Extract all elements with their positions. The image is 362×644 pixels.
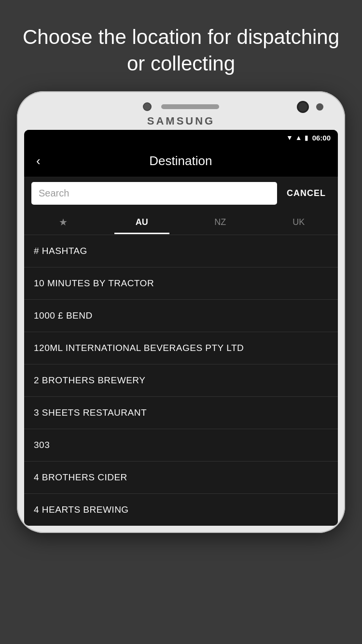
signal-icon: ▲ (295, 134, 302, 141)
tab-nz[interactable]: NZ (181, 210, 260, 234)
tab-au[interactable]: AU (103, 210, 181, 234)
rear-camera-icon (297, 101, 309, 113)
list-item[interactable]: # HASHTAG (24, 235, 338, 267)
list-item[interactable]: 4 BROTHERS CIDER (24, 462, 338, 494)
wifi-icon: ▼ (286, 134, 293, 141)
star-icon: ★ (59, 217, 68, 227)
flash-icon (316, 103, 323, 111)
list-item[interactable]: 120ML INTERNATIONAL BEVERAGES PTY LTD (24, 332, 338, 364)
phone-top-bar (24, 98, 338, 115)
status-bar: ▼ ▲ ▮ 06:00 (24, 130, 338, 145)
tab-nz-label: NZ (214, 217, 226, 227)
tabs-container: ★ AU NZ UK (24, 210, 338, 235)
phone-outer: SAMSUNG ▼ ▲ ▮ 06:00 ‹ Destination CANCEL (17, 91, 345, 533)
list-item[interactable]: 1000 £ BEND (24, 300, 338, 332)
back-button[interactable]: ‹ (34, 151, 43, 171)
list-item[interactable]: 2 BROTHERS BREWERY (24, 364, 338, 397)
tab-uk-label: UK (292, 217, 305, 227)
cancel-button[interactable]: CANCEL (282, 186, 331, 201)
page-title: Choose the location for dispatching or c… (14, 24, 348, 77)
samsung-brand: SAMSUNG (24, 115, 338, 127)
status-icons: ▼ ▲ ▮ (286, 134, 308, 141)
phone-screen: ▼ ▲ ▮ 06:00 ‹ Destination CANCEL ★ (24, 130, 338, 526)
list-item[interactable]: 10 MINUTES BY TRACTOR (24, 267, 338, 300)
app-header: ‹ Destination (24, 145, 338, 177)
app-title: Destination (48, 154, 314, 168)
speaker-icon (161, 104, 219, 109)
time-display: 06:00 (312, 134, 331, 142)
battery-icon: ▮ (305, 134, 308, 141)
list-container: # HASHTAG10 MINUTES BY TRACTOR1000 £ BEN… (24, 235, 338, 526)
page-header: Choose the location for dispatching or c… (0, 0, 362, 91)
list-item[interactable]: 303 (24, 429, 338, 462)
search-input[interactable] (31, 182, 277, 205)
tab-uk[interactable]: UK (260, 210, 338, 234)
tab-favorites[interactable]: ★ (24, 210, 103, 235)
list-item[interactable]: 3 SHEETS RESTAURANT (24, 397, 338, 429)
front-camera-icon (143, 102, 152, 111)
search-container: CANCEL (24, 177, 338, 210)
phone-wrapper: SAMSUNG ▼ ▲ ▮ 06:00 ‹ Destination CANCEL (17, 91, 345, 644)
tab-au-label: AU (136, 217, 148, 227)
list-item[interactable]: 4 HEARTS BREWING (24, 494, 338, 526)
